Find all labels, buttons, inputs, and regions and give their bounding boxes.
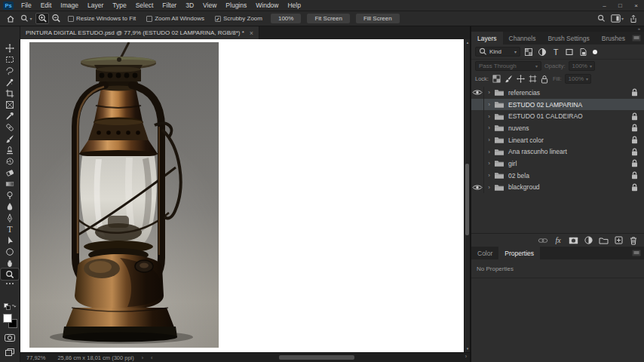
visibility-toggle[interactable] bbox=[471, 146, 484, 158]
visibility-toggle[interactable] bbox=[471, 99, 484, 111]
close-button[interactable]: × bbox=[628, 2, 644, 9]
layer-row[interactable]: ›ESTUDO 01 CALDEIRAO bbox=[471, 110, 644, 122]
menu-3d[interactable]: 3D bbox=[181, 2, 198, 9]
eraser-tool[interactable] bbox=[1, 167, 19, 178]
lock-all-icon[interactable] bbox=[540, 74, 550, 84]
workspace-picker[interactable]: ▾ bbox=[611, 14, 624, 23]
restore-button[interactable]: □ bbox=[612, 2, 628, 9]
lasso-tool[interactable] bbox=[1, 65, 19, 76]
status-prev-icon[interactable]: ‹ bbox=[151, 355, 152, 360]
zoom-100-button[interactable]: 100% bbox=[271, 14, 301, 23]
brush-tool[interactable] bbox=[1, 133, 19, 144]
expand-group-icon[interactable]: › bbox=[484, 149, 494, 155]
layer-row[interactable]: ›Ana rascunho lineart bbox=[471, 146, 644, 158]
spot-healing-tool[interactable] bbox=[1, 121, 19, 133]
panel-menu-icon[interactable] bbox=[632, 250, 641, 256]
layer-name[interactable]: blackgroud bbox=[508, 183, 540, 191]
fill-input[interactable]: 100% ▾ bbox=[565, 74, 591, 84]
layer-name[interactable]: ESTUDO 02 LAMPARINA bbox=[508, 101, 582, 109]
menu-window[interactable]: Window bbox=[251, 2, 283, 9]
zoom-out-icon[interactable] bbox=[49, 13, 63, 24]
visibility-toggle[interactable] bbox=[471, 158, 484, 170]
dodge-tool[interactable] bbox=[1, 189, 19, 201]
smart-object-filter-icon[interactable] bbox=[577, 46, 589, 57]
vertical-scrollbar-thumb[interactable] bbox=[465, 164, 469, 235]
lock-transparency-icon[interactable] bbox=[492, 74, 501, 84]
minimize-button[interactable]: – bbox=[596, 2, 612, 9]
menu-select[interactable]: Select bbox=[131, 2, 158, 9]
screen-mode-button[interactable] bbox=[5, 347, 15, 357]
scroll-up-icon[interactable]: ▴ bbox=[465, 40, 471, 45]
swap-colors-icon[interactable] bbox=[3, 302, 17, 311]
shape-tool[interactable] bbox=[1, 246, 19, 257]
foreground-color-swatch[interactable] bbox=[3, 314, 12, 323]
scroll-down-icon[interactable]: ▾ bbox=[465, 346, 471, 351]
crop-tool[interactable] bbox=[1, 87, 19, 99]
menu-layer[interactable]: Layer bbox=[83, 2, 108, 9]
menu-help[interactable]: Help bbox=[283, 2, 305, 9]
expand-group-icon[interactable]: › bbox=[484, 101, 494, 108]
adjustment-layer-icon[interactable] bbox=[583, 235, 593, 245]
expand-group-icon[interactable]: › bbox=[484, 172, 494, 179]
layer-row[interactable]: ›02 bela bbox=[471, 170, 644, 182]
zoom-level[interactable]: 77,92% bbox=[26, 354, 45, 361]
shape-filter-icon[interactable] bbox=[563, 46, 575, 57]
expand-group-icon[interactable]: › bbox=[484, 160, 494, 167]
eye-icon[interactable] bbox=[471, 182, 484, 194]
menu-edit[interactable]: Edit bbox=[36, 2, 57, 9]
lock-paint-icon[interactable] bbox=[504, 74, 514, 84]
eyedropper-tool[interactable] bbox=[1, 110, 19, 121]
layer-row[interactable]: ›referencias bbox=[471, 87, 644, 99]
tab-brushes[interactable]: Brushes bbox=[596, 32, 631, 44]
layer-name[interactable]: girl bbox=[508, 160, 517, 167]
tab-close-icon[interactable]: × bbox=[250, 29, 253, 37]
rect-marquee-tool[interactable] bbox=[1, 54, 19, 65]
collapse-panels-icon[interactable]: » bbox=[638, 26, 640, 31]
tab-properties[interactable]: Properties bbox=[498, 247, 540, 259]
vertical-scrollbar[interactable]: ▴ ▾ bbox=[464, 39, 470, 352]
clone-stamp-tool[interactable] bbox=[1, 144, 19, 155]
move-tool[interactable] bbox=[1, 42, 19, 54]
history-brush-tool[interactable] bbox=[1, 155, 19, 167]
link-layers-icon[interactable] bbox=[538, 235, 548, 245]
frame-tool[interactable] bbox=[1, 99, 19, 110]
blur-tool[interactable] bbox=[1, 201, 19, 212]
layer-style-icon[interactable]: fx bbox=[553, 235, 563, 245]
quick-mask-button[interactable] bbox=[4, 333, 16, 342]
layer-mask-icon[interactable] bbox=[568, 235, 578, 245]
menu-file[interactable]: File bbox=[17, 2, 36, 9]
edit-toolbar-icon[interactable] bbox=[5, 282, 14, 289]
type-filter-icon[interactable]: T bbox=[550, 46, 562, 57]
tab-brush-settings[interactable]: Brush Settings bbox=[541, 32, 595, 44]
menu-type[interactable]: Type bbox=[108, 2, 130, 9]
status-next-icon[interactable]: › bbox=[142, 355, 143, 360]
expand-group-icon[interactable]: › bbox=[484, 124, 494, 131]
zoom-tool-preset-icon[interactable]: ▾ bbox=[17, 13, 35, 24]
home-icon[interactable] bbox=[4, 13, 17, 24]
visibility-toggle[interactable] bbox=[471, 170, 484, 182]
blend-mode-select[interactable]: Pass Through ▾ bbox=[475, 61, 541, 71]
option-zoom-all-windows[interactable]: Zoom All Windows bbox=[146, 15, 204, 22]
visibility-toggle[interactable] bbox=[471, 134, 484, 146]
canvas[interactable]: ▴ ▾ bbox=[20, 39, 470, 352]
layer-name[interactable]: Lineart color bbox=[508, 137, 544, 144]
expand-group-icon[interactable]: › bbox=[484, 137, 494, 143]
layer-row[interactable]: ›girl bbox=[471, 158, 644, 170]
visibility-toggle[interactable] bbox=[471, 110, 484, 122]
zoom-in-icon[interactable] bbox=[35, 13, 49, 24]
expand-group-icon[interactable]: › bbox=[484, 89, 494, 96]
adjustment-filter-icon[interactable] bbox=[536, 46, 548, 57]
lock-artboard-icon[interactable] bbox=[528, 74, 538, 84]
checkbox-checked-icon[interactable]: ✓ bbox=[215, 16, 221, 22]
horizontal-scrollbar-thumb[interactable] bbox=[279, 355, 354, 360]
scroll-right-icon[interactable]: › bbox=[465, 354, 467, 359]
document-tab[interactable]: PINTURA DIGITAL ESTUDO.psd @ 77,9% (ESTU… bbox=[20, 26, 259, 39]
layer-row[interactable]: ›nuvens bbox=[471, 122, 644, 134]
panel-menu-icon[interactable] bbox=[632, 35, 641, 41]
opacity-input[interactable]: 100% ▾ bbox=[569, 61, 595, 71]
layer-name[interactable]: nuvens bbox=[508, 124, 529, 132]
layer-name[interactable]: Ana rascunho lineart bbox=[508, 148, 567, 155]
option-resize-windows-to-fit[interactable]: Resize Windows to Fit bbox=[68, 15, 136, 22]
option-scrubby-zoom[interactable]: ✓Scrubby Zoom bbox=[215, 15, 262, 22]
layer-name[interactable]: ESTUDO 01 CALDEIRAO bbox=[508, 112, 583, 120]
